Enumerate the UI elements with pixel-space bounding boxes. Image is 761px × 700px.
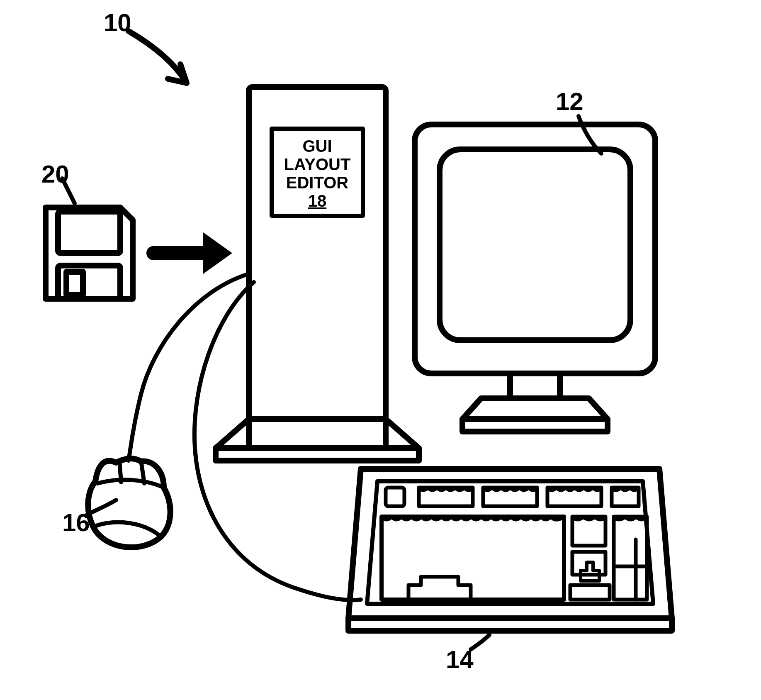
svg-rect-8	[386, 488, 404, 506]
ref-floppy: 20	[41, 160, 69, 188]
tower-label: GUI LAYOUT EDITOR 18	[272, 137, 363, 210]
tower-label-line1: GUI LAYOUT	[272, 137, 363, 173]
svg-line-9	[119, 461, 121, 482]
mouse-icon	[88, 459, 170, 547]
tower-label-line2: EDITOR	[272, 173, 363, 192]
diagram-stage: 10 12 14 16 20 GUI LAYOUT EDITOR 18	[0, 0, 761, 700]
monitor-icon	[415, 124, 655, 432]
ref-mouse: 16	[62, 508, 90, 537]
keyboard-icon	[348, 469, 672, 631]
ref-monitor: 12	[556, 87, 584, 116]
diagram-svg	[0, 0, 761, 700]
svg-rect-7	[440, 149, 630, 340]
svg-rect-2	[66, 272, 83, 295]
svg-rect-0	[58, 212, 120, 253]
arrow-icon	[153, 232, 232, 274]
floppy-icon	[46, 207, 133, 299]
ref-keyboard: 14	[446, 645, 474, 674]
ref-editor: 18	[272, 192, 363, 210]
ref-system: 10	[104, 8, 131, 37]
